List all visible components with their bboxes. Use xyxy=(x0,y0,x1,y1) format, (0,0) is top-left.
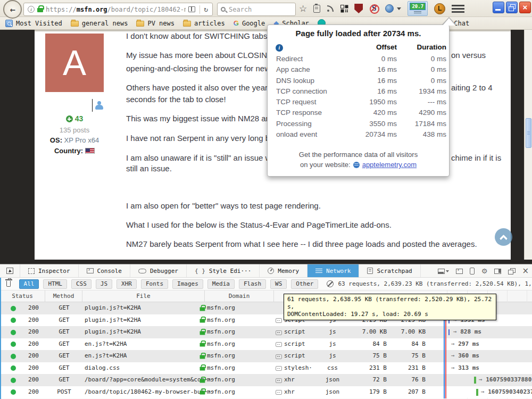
avatar[interactable]: A xyxy=(45,34,104,92)
footer-text: Get the performance data of all visitors xyxy=(268,151,449,159)
filter-fonts[interactable]: Fonts xyxy=(141,279,168,289)
minimize-button[interactable] xyxy=(493,2,504,13)
bookmark-label: PV news xyxy=(147,20,174,27)
filter-all[interactable]: All xyxy=(19,279,39,289)
inspector-icon xyxy=(28,268,35,274)
lock-icon xyxy=(200,367,205,370)
table-row[interactable]: 200POST/board/topic/180462-my-browser-bu… xyxy=(0,386,532,398)
clear-requests-icon[interactable] xyxy=(6,281,11,287)
qr-code-icon[interactable] xyxy=(340,5,348,12)
globe-icon[interactable] xyxy=(385,4,394,13)
popup-title: Page fully loaded after 20734 ms. xyxy=(268,29,449,38)
column-header-method[interactable]: Method xyxy=(45,290,82,302)
filter-css[interactable]: CSS xyxy=(71,279,92,289)
dock-side-button[interactable] xyxy=(494,269,501,274)
table-row[interactable]: 200GETen.js?t=K2HAmsfn.orgscriptjs75 B75… xyxy=(0,350,532,362)
table-row[interactable]: 200GET/board/?app=core&module=system&con… xyxy=(0,374,532,386)
requests-summary[interactable]: 63 requests, 2,639.23 KB (transferred: 2… xyxy=(338,280,532,287)
bookmark-folder-pv-news[interactable]: PV news xyxy=(136,20,174,27)
tab-label: Style Edi··· xyxy=(209,268,251,275)
telemetry-link[interactable]: apptelemetry.com xyxy=(362,161,417,169)
filter-js[interactable]: JS xyxy=(96,279,112,289)
tab-inspector[interactable]: Inspector xyxy=(20,264,79,277)
post-text-fragment: aiting 2 to 4 xyxy=(451,83,493,92)
script-blocker-icon[interactable]: S xyxy=(369,4,379,13)
site-info-icon[interactable]: i xyxy=(28,6,35,13)
table-row[interactable]: 200GETdialog.cssmsfn.orgstylesh···css231… xyxy=(0,362,532,375)
restore-button[interactable] xyxy=(506,2,518,13)
cause-icon xyxy=(276,342,282,347)
clipboard-icon[interactable] xyxy=(313,5,320,13)
l-addon-icon[interactable]: L xyxy=(434,3,445,14)
plus-circle-icon xyxy=(66,115,73,122)
info-icon[interactable]: i xyxy=(276,44,283,52)
back-button[interactable]: ← xyxy=(3,0,22,19)
tab-memory[interactable]: Memory xyxy=(260,264,307,277)
filter-flash[interactable]: Flash xyxy=(239,279,266,289)
menu-icon[interactable] xyxy=(452,5,464,13)
scroll-to-top-button[interactable] xyxy=(495,228,512,246)
footer-text: on your website: xyxy=(300,161,351,169)
network-filter-bar: All HTML CSS JS XHR Fonts Images Media F… xyxy=(0,278,532,290)
column-header-file[interactable]: File xyxy=(82,290,205,302)
adblock-shield-icon[interactable]: 2 xyxy=(354,4,363,13)
column-header-status[interactable]: Status xyxy=(0,290,45,302)
filter-media[interactable]: Media xyxy=(207,279,235,289)
pick-element-icon xyxy=(6,268,13,274)
request-bar xyxy=(476,389,478,396)
page-scrollbar[interactable] xyxy=(524,30,532,260)
timing-row: App cache16 ms0 ms xyxy=(268,65,449,76)
os-label: OS: xyxy=(50,136,62,144)
gear-icon[interactable]: ⚙ xyxy=(481,268,488,275)
folder-icon xyxy=(183,21,191,27)
scrollbar-thumb[interactable] xyxy=(526,118,531,148)
filter-images[interactable]: Images xyxy=(172,279,203,289)
rss-feed-icon[interactable] xyxy=(327,5,334,12)
column-header-domain[interactable]: Domain xyxy=(205,290,274,302)
close-devtools-button[interactable]: × xyxy=(522,267,529,275)
filter-xhr[interactable]: XHR xyxy=(117,279,137,289)
split-console-button[interactable] xyxy=(438,269,449,274)
search-placeholder: Search xyxy=(229,6,252,13)
bookmark-star-icon[interactable]: ☆ xyxy=(299,3,307,14)
bookmark-google[interactable]: GGoogle xyxy=(234,19,265,27)
url-bar[interactable]: i https://msfn.org/board/topic/180462-my… xyxy=(23,3,213,16)
filter-ws[interactable]: WS xyxy=(270,279,287,289)
tab-label: Console xyxy=(97,268,122,275)
bookmark-folder-articles[interactable]: articles xyxy=(183,20,225,27)
performance-analysis-icon[interactable] xyxy=(327,280,334,287)
chevron-down-icon[interactable] xyxy=(397,7,401,10)
bookmark-folder-general-news[interactable]: general news xyxy=(71,20,128,27)
url-scheme: https:// xyxy=(46,6,77,13)
page-timer-popup: Page fully loaded after 20734 ms. i Offs… xyxy=(267,24,450,177)
search-bar[interactable]: Search xyxy=(217,3,296,16)
tab-debugger[interactable]: Debugger xyxy=(130,264,187,277)
reader-mode-icon[interactable] xyxy=(188,6,195,12)
tab-network[interactable]: Network xyxy=(307,264,359,277)
timing-row: TCP response420 ms4290 ms xyxy=(268,109,449,119)
console-panel-button[interactable] xyxy=(456,269,463,274)
status-dot-icon xyxy=(11,378,16,383)
page-timer-button[interactable]: 20.7 xyxy=(408,1,428,16)
separate-window-button[interactable] xyxy=(508,268,515,274)
pick-element-button[interactable] xyxy=(0,264,20,277)
table-row[interactable]: 200GETen.js?t=K2HAmsfn.orgscriptjs84 B84… xyxy=(0,338,532,351)
window-controls: × xyxy=(493,2,531,13)
tab-scratchpad[interactable]: Scratchpad xyxy=(359,264,420,277)
bookmark-most-visited[interactable]: Most Visited xyxy=(5,20,62,27)
divider xyxy=(200,5,200,14)
tab-style-editor[interactable]: { }Style Edi··· xyxy=(187,264,260,277)
reload-icon[interactable]: ↻ xyxy=(204,5,208,13)
filter-html[interactable]: HTML xyxy=(43,279,67,289)
url-text[interactable]: https://msfn.org/board/topic/180462-my-b… xyxy=(46,6,186,13)
close-button[interactable]: × xyxy=(519,2,531,13)
tab-console[interactable]: Console xyxy=(79,264,130,277)
table-row[interactable]: 200GETplugin.js?t=K2HAmsfn.orgscriptjs7.… xyxy=(0,326,532,338)
responsive-mode-button[interactable] xyxy=(470,268,475,275)
filter-other[interactable]: Other xyxy=(291,279,318,289)
page-timer-badge: 20.7 xyxy=(410,3,426,10)
status-dot-icon xyxy=(11,330,16,335)
reputation: 43 xyxy=(35,114,114,123)
timing-row: Redirect0 ms0 ms xyxy=(268,55,449,65)
chevron-down-icon xyxy=(446,270,449,272)
